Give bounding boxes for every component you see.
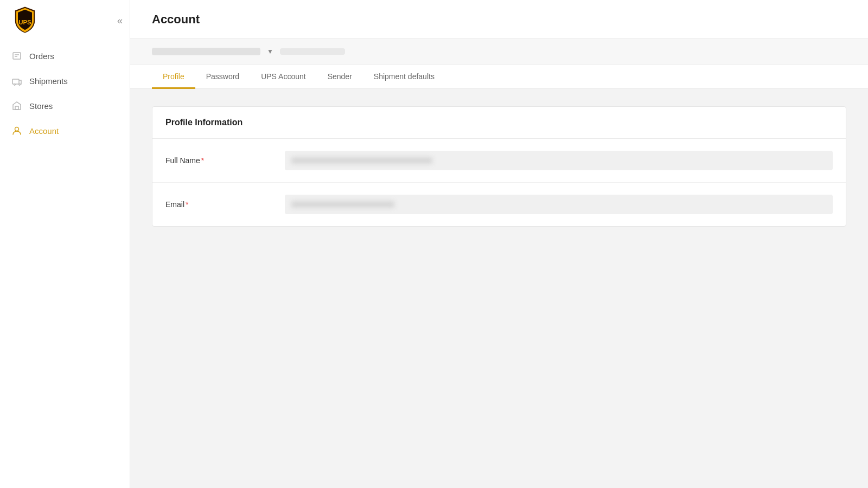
full-name-value-blurred (291, 157, 432, 164)
email-label: Email* (165, 200, 285, 209)
sidebar-item-shipments[interactable]: Shipments (0, 68, 130, 93)
profile-content: Profile Information Full Name* (130, 89, 868, 468)
tab-sender[interactable]: Sender (317, 65, 363, 89)
tab-shipment-defaults[interactable]: Shipment defaults (363, 65, 445, 89)
svg-rect-4 (12, 79, 19, 84)
sidebar-item-orders-label: Orders (29, 52, 54, 61)
stores-icon (11, 100, 23, 112)
sidebar-nav: Orders Shipments Stores (0, 39, 130, 488)
sidebar-item-orders[interactable]: Orders (0, 43, 130, 68)
form-row-full-name: Full Name* (152, 139, 846, 183)
sidebar-item-account[interactable]: Account (0, 118, 130, 143)
sidebar-item-stores-label: Stores (29, 101, 53, 111)
collapse-sidebar-button[interactable]: « (113, 13, 127, 29)
sidebar: UPS « Orders (0, 0, 130, 488)
svg-point-6 (19, 84, 21, 86)
account-icon (11, 125, 23, 137)
shipments-icon (11, 75, 23, 87)
form-row-email: Email* (152, 183, 846, 226)
email-value-blurred (291, 201, 394, 208)
ups-logo: UPS (11, 5, 39, 34)
section-header: Profile Information (152, 107, 846, 139)
sidebar-item-stores[interactable]: Stores (0, 93, 130, 118)
page-title: Account (152, 12, 200, 27)
svg-point-8 (15, 127, 19, 131)
full-name-input[interactable] (285, 151, 833, 170)
account-selector-bar: ▼ (130, 39, 868, 65)
tab-password[interactable]: Password (195, 65, 250, 89)
svg-text:UPS: UPS (18, 19, 31, 25)
svg-rect-7 (15, 106, 18, 110)
content-area: ▼ Profile Password UPS Account Sender Sh… (130, 39, 868, 488)
profile-section-card: Profile Information Full Name* (152, 106, 846, 227)
logo-container: UPS (0, 0, 130, 39)
full-name-label: Full Name* (165, 156, 285, 165)
form-fields: Full Name* Email* (152, 139, 846, 226)
sidebar-item-account-label: Account (29, 126, 59, 136)
svg-rect-1 (13, 53, 21, 59)
svg-point-5 (14, 84, 16, 86)
main-header: Account (130, 0, 868, 39)
email-required: * (186, 200, 188, 209)
sidebar-item-shipments-label: Shipments (29, 76, 68, 86)
account-sub-blurred (280, 48, 345, 55)
email-input[interactable] (285, 195, 833, 214)
account-name-blurred (152, 48, 260, 55)
tab-ups-account[interactable]: UPS Account (250, 65, 317, 89)
tab-profile[interactable]: Profile (152, 65, 195, 89)
full-name-required: * (201, 156, 204, 165)
account-dropdown-arrow[interactable]: ▼ (267, 48, 273, 55)
tabs-bar: Profile Password UPS Account Sender Ship… (130, 65, 868, 89)
content-inner: ▼ Profile Password UPS Account Sender Sh… (130, 39, 868, 89)
main-content: Account ▼ Profile Password UPS Account S… (130, 0, 868, 488)
orders-icon (11, 50, 23, 62)
